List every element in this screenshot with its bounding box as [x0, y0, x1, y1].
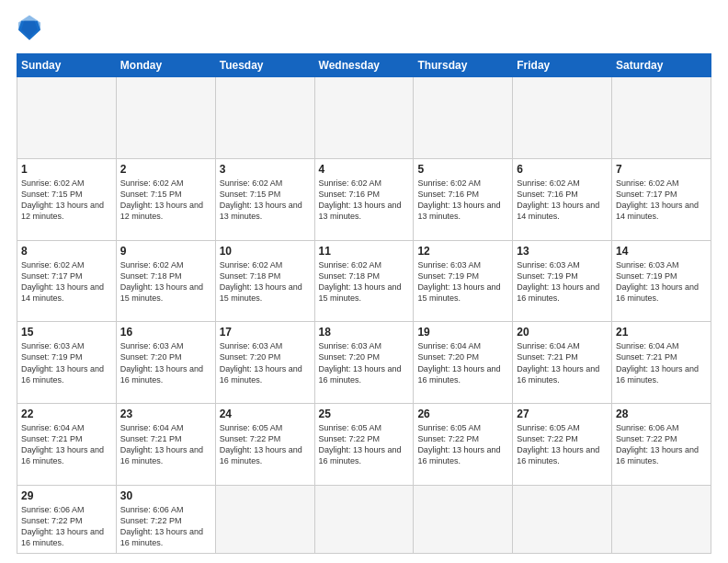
day-info: Sunrise: 6:02 AMSunset: 7:16 PMDaylight:…	[417, 178, 508, 223]
calendar-week-5: 29Sunrise: 6:06 AMSunset: 7:22 PMDayligh…	[17, 485, 711, 553]
col-header-friday: Friday	[513, 54, 612, 77]
calendar-cell: 16Sunrise: 6:03 AMSunset: 7:20 PMDayligh…	[116, 322, 215, 404]
day-number: 17	[220, 326, 311, 339]
col-header-monday: Monday	[116, 54, 215, 77]
calendar-cell: 8Sunrise: 6:02 AMSunset: 7:17 PMDaylight…	[17, 240, 117, 322]
day-number: 15	[21, 326, 112, 339]
day-number: 13	[517, 245, 608, 258]
calendar-header-row: SundayMondayTuesdayWednesdayThursdayFrid…	[17, 54, 711, 77]
calendar-cell: 5Sunrise: 6:02 AMSunset: 7:16 PMDaylight…	[414, 158, 513, 240]
day-info: Sunrise: 6:04 AMSunset: 7:21 PMDaylight:…	[517, 340, 608, 385]
calendar-cell	[116, 77, 215, 159]
calendar-cell: 22Sunrise: 6:04 AMSunset: 7:21 PMDayligh…	[17, 404, 117, 486]
day-number: 6	[517, 163, 608, 176]
day-number: 14	[616, 245, 707, 258]
calendar-cell: 28Sunrise: 6:06 AMSunset: 7:22 PMDayligh…	[612, 404, 711, 486]
col-header-wednesday: Wednesday	[314, 54, 414, 77]
day-number: 1	[21, 163, 112, 176]
day-info: Sunrise: 6:05 AMSunset: 7:22 PMDaylight:…	[417, 422, 508, 467]
calendar-cell: 19Sunrise: 6:04 AMSunset: 7:20 PMDayligh…	[414, 322, 513, 404]
calendar-cell	[612, 77, 711, 159]
day-number: 19	[417, 326, 508, 339]
col-header-sunday: Sunday	[17, 54, 117, 77]
calendar-cell: 18Sunrise: 6:03 AMSunset: 7:20 PMDayligh…	[314, 322, 414, 404]
calendar-cell: 10Sunrise: 6:02 AMSunset: 7:18 PMDayligh…	[215, 240, 314, 322]
calendar-week-1: 1Sunrise: 6:02 AMSunset: 7:15 PMDaylight…	[17, 158, 711, 240]
day-info: Sunrise: 6:04 AMSunset: 7:21 PMDaylight:…	[120, 422, 211, 467]
day-info: Sunrise: 6:02 AMSunset: 7:18 PMDaylight:…	[220, 259, 311, 304]
col-header-tuesday: Tuesday	[215, 54, 314, 77]
day-info: Sunrise: 6:02 AMSunset: 7:18 PMDaylight:…	[120, 259, 211, 304]
day-info: Sunrise: 6:04 AMSunset: 7:20 PMDaylight:…	[417, 340, 508, 385]
calendar-cell: 17Sunrise: 6:03 AMSunset: 7:20 PMDayligh…	[215, 322, 314, 404]
day-info: Sunrise: 6:03 AMSunset: 7:20 PMDaylight:…	[220, 340, 311, 385]
day-info: Sunrise: 6:03 AMSunset: 7:19 PMDaylight:…	[21, 340, 112, 385]
day-number: 28	[616, 408, 707, 420]
calendar-cell	[414, 77, 513, 159]
calendar-cell	[414, 485, 513, 553]
calendar-cell: 15Sunrise: 6:03 AMSunset: 7:19 PMDayligh…	[17, 322, 117, 404]
calendar-cell: 11Sunrise: 6:02 AMSunset: 7:18 PMDayligh…	[314, 240, 414, 322]
day-info: Sunrise: 6:02 AMSunset: 7:15 PMDaylight:…	[21, 178, 112, 223]
day-info: Sunrise: 6:03 AMSunset: 7:20 PMDaylight:…	[319, 340, 410, 385]
day-number: 25	[319, 408, 410, 420]
calendar-cell: 23Sunrise: 6:04 AMSunset: 7:21 PMDayligh…	[116, 404, 215, 486]
calendar-cell: 20Sunrise: 6:04 AMSunset: 7:21 PMDayligh…	[513, 322, 612, 404]
day-info: Sunrise: 6:06 AMSunset: 7:22 PMDaylight:…	[120, 504, 211, 549]
calendar-cell	[215, 485, 314, 553]
col-header-thursday: Thursday	[414, 54, 513, 77]
calendar-cell: 4Sunrise: 6:02 AMSunset: 7:16 PMDaylight…	[314, 158, 414, 240]
calendar-table: SundayMondayTuesdayWednesdayThursdayFrid…	[17, 53, 711, 554]
day-info: Sunrise: 6:06 AMSunset: 7:22 PMDaylight:…	[21, 504, 112, 549]
day-info: Sunrise: 6:03 AMSunset: 7:20 PMDaylight:…	[120, 340, 211, 385]
calendar-cell: 6Sunrise: 6:02 AMSunset: 7:16 PMDaylight…	[513, 158, 612, 240]
day-info: Sunrise: 6:02 AMSunset: 7:15 PMDaylight:…	[120, 178, 211, 223]
col-header-saturday: Saturday	[612, 54, 711, 77]
page-header	[17, 15, 711, 44]
calendar-cell: 26Sunrise: 6:05 AMSunset: 7:22 PMDayligh…	[414, 404, 513, 486]
day-number: 11	[319, 245, 410, 258]
day-number: 20	[517, 326, 608, 339]
calendar-cell: 12Sunrise: 6:03 AMSunset: 7:19 PMDayligh…	[414, 240, 513, 322]
calendar-cell: 3Sunrise: 6:02 AMSunset: 7:15 PMDaylight…	[215, 158, 314, 240]
calendar-cell: 9Sunrise: 6:02 AMSunset: 7:18 PMDaylight…	[116, 240, 215, 322]
day-info: Sunrise: 6:02 AMSunset: 7:15 PMDaylight:…	[220, 178, 311, 223]
day-info: Sunrise: 6:02 AMSunset: 7:18 PMDaylight:…	[319, 259, 410, 304]
calendar-cell: 24Sunrise: 6:05 AMSunset: 7:22 PMDayligh…	[215, 404, 314, 486]
day-info: Sunrise: 6:02 AMSunset: 7:16 PMDaylight:…	[517, 178, 608, 223]
day-info: Sunrise: 6:02 AMSunset: 7:16 PMDaylight:…	[319, 178, 410, 223]
calendar-cell: 30Sunrise: 6:06 AMSunset: 7:22 PMDayligh…	[116, 485, 215, 553]
calendar-week-4: 22Sunrise: 6:04 AMSunset: 7:21 PMDayligh…	[17, 404, 711, 486]
day-info: Sunrise: 6:03 AMSunset: 7:19 PMDaylight:…	[417, 259, 508, 304]
day-info: Sunrise: 6:03 AMSunset: 7:19 PMDaylight:…	[517, 259, 608, 304]
calendar-cell: 1Sunrise: 6:02 AMSunset: 7:15 PMDaylight…	[17, 158, 117, 240]
day-number: 27	[517, 408, 608, 420]
day-number: 9	[120, 245, 211, 258]
calendar-cell: 29Sunrise: 6:06 AMSunset: 7:22 PMDayligh…	[17, 485, 117, 553]
calendar-cell: 27Sunrise: 6:05 AMSunset: 7:22 PMDayligh…	[513, 404, 612, 486]
calendar-cell: 21Sunrise: 6:04 AMSunset: 7:21 PMDayligh…	[612, 322, 711, 404]
calendar-cell	[314, 485, 414, 553]
calendar-cell	[513, 77, 612, 159]
calendar-cell: 25Sunrise: 6:05 AMSunset: 7:22 PMDayligh…	[314, 404, 414, 486]
day-number: 29	[21, 489, 112, 502]
day-number: 18	[319, 326, 410, 339]
day-number: 2	[120, 163, 211, 176]
day-number: 12	[417, 245, 508, 258]
day-number: 21	[616, 326, 707, 339]
day-info: Sunrise: 6:04 AMSunset: 7:21 PMDaylight:…	[616, 340, 707, 385]
day-info: Sunrise: 6:06 AMSunset: 7:22 PMDaylight:…	[616, 422, 707, 467]
day-info: Sunrise: 6:04 AMSunset: 7:21 PMDaylight:…	[21, 422, 112, 467]
calendar-cell: 13Sunrise: 6:03 AMSunset: 7:19 PMDayligh…	[513, 240, 612, 322]
day-info: Sunrise: 6:05 AMSunset: 7:22 PMDaylight:…	[220, 422, 311, 467]
calendar-cell	[314, 77, 414, 159]
logo	[17, 15, 44, 44]
day-number: 24	[220, 408, 311, 420]
day-info: Sunrise: 6:05 AMSunset: 7:22 PMDaylight:…	[517, 422, 608, 467]
day-number: 5	[417, 163, 508, 176]
day-number: 30	[120, 489, 211, 502]
day-info: Sunrise: 6:03 AMSunset: 7:19 PMDaylight:…	[616, 259, 707, 304]
day-number: 26	[417, 408, 508, 420]
day-info: Sunrise: 6:02 AMSunset: 7:17 PMDaylight:…	[21, 259, 112, 304]
day-number: 3	[220, 163, 311, 176]
